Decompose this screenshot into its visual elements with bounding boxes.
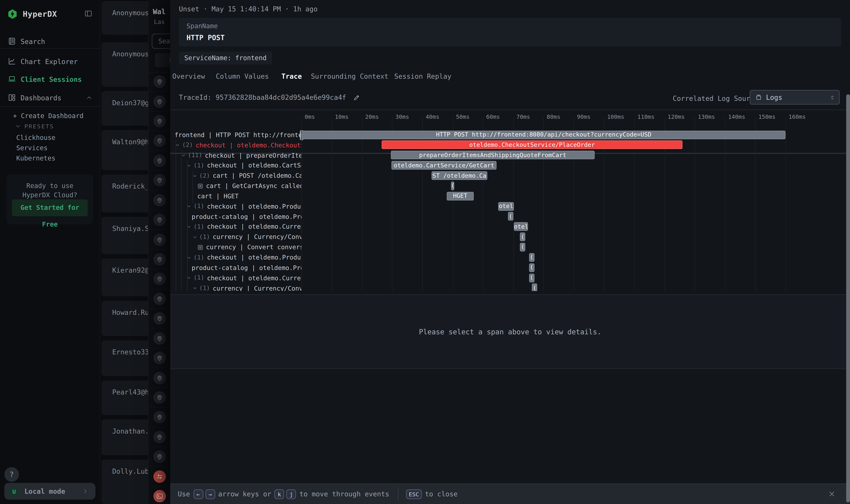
- chevron-down-icon[interactable]: [192, 285, 198, 291]
- event-row[interactable]: [149, 348, 170, 368]
- event-row[interactable]: [149, 250, 170, 269]
- event-row[interactable]: [149, 427, 170, 447]
- span-tree-row[interactable]: (1)checkout | oteldemo.CurrencySe…: [170, 222, 301, 232]
- event-row[interactable]: [149, 210, 170, 230]
- event-row[interactable]: [149, 230, 170, 250]
- span-bar[interactable]: POST /oteldemo.Cart: [432, 171, 487, 180]
- panel-scrollbar-thumb[interactable]: [846, 94, 850, 502]
- create-dashboard-button[interactable]: + Create Dashboard: [13, 112, 84, 120]
- event-row[interactable]: [149, 309, 170, 328]
- span-tree-row[interactable]: (1)checkout | oteldemo.CurrencySe…: [170, 273, 301, 283]
- local-mode-menu[interactable]: U Local mode: [4, 483, 95, 500]
- span-tree-row[interactable]: currency | Convert convers…: [170, 242, 301, 252]
- logo[interactable]: HyperDX: [7, 8, 94, 20]
- event-row[interactable]: [149, 447, 170, 467]
- sidebar-collapse-icon[interactable]: [84, 9, 93, 18]
- span-bar[interactable]: (: [520, 243, 525, 251]
- event-row[interactable]: [149, 487, 170, 504]
- get-started-button[interactable]: Get Started for Free: [12, 199, 88, 216]
- span-tree-row[interactable]: cart | HGET: [170, 191, 301, 201]
- span-tree-row[interactable]: (1)checkout | oteldemo.ProductCat…: [170, 252, 301, 263]
- tab-surrounding-context[interactable]: Surrounding Context: [311, 72, 388, 80]
- chevron-down-icon[interactable]: [180, 152, 186, 158]
- span-tree-row[interactable]: (1)checkout | oteldemo.CartServic…: [170, 160, 301, 171]
- session-card[interactable]: Anonymous: [101, 42, 148, 87]
- session-card[interactable]: Shaniya.Sc: [101, 217, 148, 254]
- event-row[interactable]: [149, 289, 170, 309]
- event-row[interactable]: [149, 191, 170, 210]
- events-search-input[interactable]: [152, 34, 170, 49]
- span-bar[interactable]: (: [529, 253, 534, 262]
- span-bar[interactable]: prepareOrderItemsAndShippingQuoteFromCar…: [391, 151, 595, 160]
- event-row[interactable]: [149, 408, 170, 427]
- session-card[interactable]: Jonathan.B: [101, 419, 148, 455]
- event-row[interactable]: [149, 329, 170, 348]
- event-row[interactable]: [149, 92, 170, 111]
- chevron-down-icon[interactable]: [175, 142, 181, 148]
- tab-trace[interactable]: Trace: [282, 72, 302, 80]
- session-card[interactable]: Ernesto33@: [101, 340, 148, 376]
- span-tree-row[interactable]: frontend | HTTP POST http://frontend:…: [170, 130, 301, 140]
- event-row[interactable]: [149, 467, 170, 487]
- edit-pencil-icon[interactable]: [352, 93, 360, 101]
- span-tree-row[interactable]: product-catalog | oteldemo.Prod…: [170, 212, 301, 222]
- session-card[interactable]: Dolly.Lub: [101, 460, 148, 504]
- session-card[interactable]: Pearl43@ho: [101, 380, 148, 415]
- span-bar[interactable]: HGET: [447, 192, 474, 200]
- event-row[interactable]: [149, 388, 170, 408]
- span-bar[interactable]: (: [508, 212, 513, 221]
- chevron-down-icon[interactable]: [192, 234, 198, 240]
- chevron-down-icon[interactable]: [186, 224, 192, 230]
- event-row[interactable]: [149, 131, 170, 151]
- span-bar[interactable]: HTTP POST http://frontend:8080/api/check…: [302, 130, 785, 139]
- tab-overview[interactable]: Overview: [172, 72, 205, 80]
- preset-item-services[interactable]: Services: [16, 144, 48, 152]
- event-row[interactable]: [149, 171, 170, 191]
- span-tree-row[interactable]: (1)checkout | oteldemo.ProductCat…: [170, 201, 301, 212]
- sidebar-item-dashboards[interactable]: Dashboards: [0, 90, 100, 105]
- span-bar[interactable]: (: [532, 284, 537, 291]
- span-tree-row[interactable]: (11)checkout | prepareOrderItemsAnd…: [170, 150, 301, 160]
- event-row[interactable]: [149, 368, 170, 388]
- span-bar[interactable]: oteldemo.CheckoutService/PlaceOrder: [382, 141, 683, 149]
- event-row[interactable]: [149, 269, 170, 289]
- presets-header[interactable]: PRESETS: [15, 123, 54, 129]
- chevron-down-icon[interactable]: [186, 254, 192, 260]
- event-row[interactable]: [149, 151, 170, 171]
- session-card[interactable]: Kieran92@h: [101, 258, 148, 296]
- span-bar[interactable]: (: [451, 182, 454, 190]
- sidebar-item-chart-explorer[interactable]: Chart Explorer: [0, 54, 100, 69]
- span-tree-row[interactable]: (2)cart | POST /oteldemo.CartSe…: [170, 170, 301, 181]
- session-card[interactable]: Deion37@gm: [101, 91, 148, 126]
- close-panel-button[interactable]: [825, 487, 838, 500]
- span-bar[interactable]: oteldemo.CartService/GetCart: [392, 161, 496, 170]
- preset-item-kubernetes[interactable]: Kubernetes: [16, 155, 55, 162]
- span-bar[interactable]: otel: [514, 222, 528, 231]
- session-card[interactable]: Anonymous: [101, 1, 148, 35]
- span-bar[interactable]: (: [520, 232, 525, 241]
- event-row[interactable]: [149, 112, 170, 131]
- tab-session-replay[interactable]: Session Replay: [394, 72, 451, 80]
- preset-item-clickhouse[interactable]: Clickhouse: [16, 134, 55, 142]
- session-card[interactable]: Roderick_S: [101, 175, 148, 213]
- tab-column-values[interactable]: Column Values: [216, 72, 269, 80]
- span-bar[interactable]: (: [529, 263, 534, 272]
- span-tree-row[interactable]: (1)currency | Currency/Convert: [170, 232, 301, 242]
- sidebar-item-client-sessions[interactable]: Client Sessions: [0, 72, 100, 87]
- sidebar-item-search[interactable]: Search: [0, 34, 100, 49]
- span-tree-row[interactable]: (1)currency | Currency/Convert: [170, 283, 301, 291]
- session-card[interactable]: Walton9@ho: [101, 130, 148, 170]
- chevron-down-icon[interactable]: [186, 275, 192, 281]
- log-source-select[interactable]: Logs: [750, 90, 840, 105]
- span-tree-row[interactable]: product-catalog | oteldemo.Prod…: [170, 263, 301, 273]
- chevron-down-icon[interactable]: [186, 203, 192, 209]
- chevron-down-icon[interactable]: [192, 173, 198, 179]
- help-button[interactable]: ?: [4, 467, 19, 482]
- span-tree-row[interactable]: (2)checkout | oteldemo.CheckoutServic…: [170, 140, 301, 150]
- chevron-down-icon[interactable]: [186, 163, 192, 168]
- span-bar[interactable]: (: [529, 273, 534, 282]
- events-filter-button[interactable]: H: [155, 53, 170, 67]
- session-card[interactable]: Howard.Run: [101, 301, 148, 336]
- service-name-badge[interactable]: ServiceName: frontend: [179, 51, 272, 65]
- span-bar[interactable]: otel: [498, 202, 514, 211]
